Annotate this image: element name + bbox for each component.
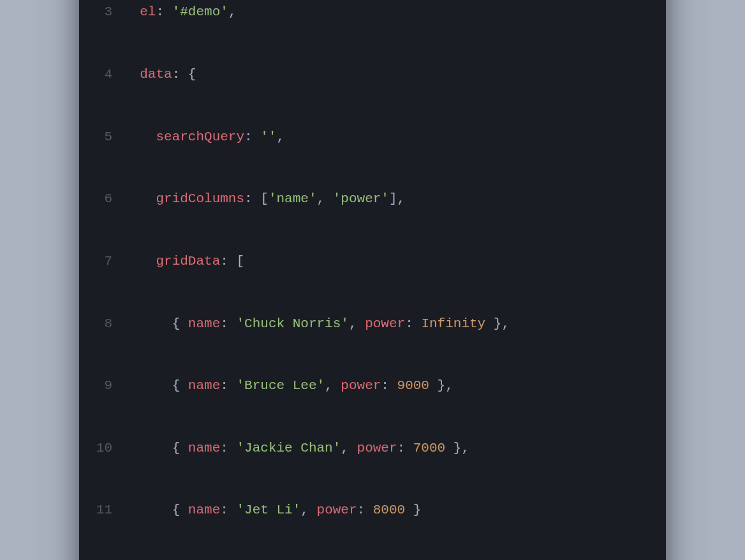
row-power-key: power xyxy=(365,316,405,331)
row-name-key: name xyxy=(188,378,220,393)
row2-name: 'Bruce Lee' xyxy=(236,378,325,393)
row-power-key: power xyxy=(357,441,397,455)
line-number: 5 xyxy=(79,127,124,148)
row4-power: 8000 xyxy=(373,503,405,517)
row-power-key: power xyxy=(317,503,357,517)
code-line: 8 { name: 'Chuck Norris', power: Infinit… xyxy=(79,314,640,335)
code-window: 1 // src/core/instance/index.js 2 var de… xyxy=(79,0,666,560)
prop-griddata: gridData xyxy=(156,254,220,269)
line-number: 4 xyxy=(79,64,124,85)
line-number: 7 xyxy=(79,251,124,272)
code-line: 9 { name: 'Bruce Lee', power: 9000 }, xyxy=(79,376,640,397)
code-line: 7 gridData: [ xyxy=(79,251,640,272)
code-line: 6 gridColumns: ['name', 'power'], xyxy=(79,189,640,210)
line-number: 8 xyxy=(79,314,124,335)
line-number: 11 xyxy=(79,500,124,521)
row2-power: 9000 xyxy=(397,378,429,393)
row3-power: 7000 xyxy=(413,441,445,455)
code-line: 4 data: { xyxy=(79,64,640,85)
line-number: 9 xyxy=(79,376,124,397)
code-line: 3 el: '#demo', xyxy=(79,2,640,23)
code-editor[interactable]: 1 // src/core/instance/index.js 2 var de… xyxy=(79,0,666,560)
code-line: 5 searchQuery: '', xyxy=(79,127,640,148)
row4-name: 'Jet Li' xyxy=(236,503,300,517)
row-name-key: name xyxy=(188,441,220,455)
prop-searchquery: searchQuery xyxy=(156,129,244,144)
row-name-key: name xyxy=(188,316,220,331)
row-name-key: name xyxy=(188,503,220,517)
string-empty: '' xyxy=(260,129,276,144)
line-number: 6 xyxy=(79,189,124,210)
prop-el: el xyxy=(140,4,156,19)
row1-name: 'Chuck Norris' xyxy=(236,316,348,331)
row-power-key: power xyxy=(341,378,381,393)
string-name: 'name' xyxy=(269,191,317,206)
row3-name: 'Jackie Chan' xyxy=(236,441,341,455)
prop-data: data xyxy=(140,67,172,82)
string-power: 'power' xyxy=(333,191,389,206)
code-line: 10 { name: 'Jackie Chan', power: 7000 }, xyxy=(79,438,640,459)
code-line: 11 { name: 'Jet Li', power: 8000 } xyxy=(79,500,640,521)
line-number: 3 xyxy=(79,2,124,23)
line-number: 10 xyxy=(79,438,124,459)
row1-power: Infinity xyxy=(421,316,485,331)
string-el: '#demo' xyxy=(172,4,228,19)
prop-gridcolumns: gridColumns xyxy=(156,191,244,206)
